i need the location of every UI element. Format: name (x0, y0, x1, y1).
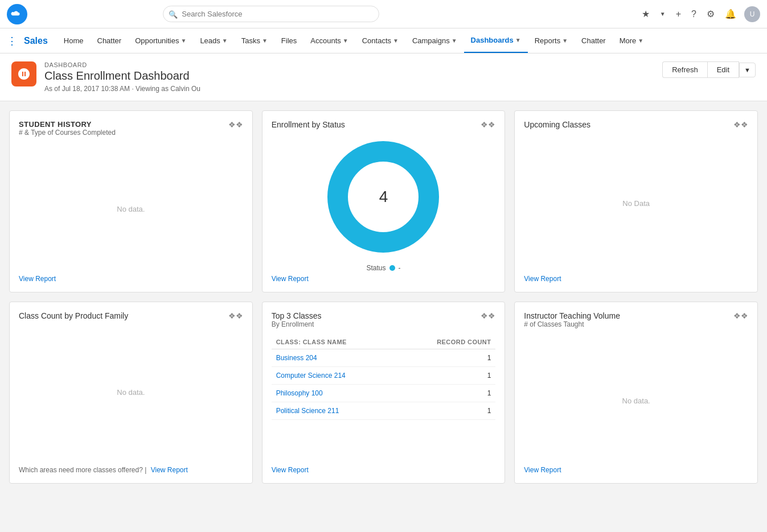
enrollment-status-view-report[interactable]: View Report (272, 275, 496, 283)
enrollment-status-body: 4 Status - (272, 131, 496, 275)
table-row: Computer Science 2141 (272, 367, 496, 385)
nav-items: Home Chatter Opportunities▼ Leads▼ Tasks… (57, 28, 650, 53)
app-name[interactable]: Sales (24, 36, 48, 46)
class-name-cell[interactable]: Political Science 211 (272, 402, 397, 420)
edit-button[interactable]: Edit (707, 61, 739, 78)
donut-chart: 4 (326, 140, 440, 254)
avatar[interactable]: U (744, 6, 760, 22)
class-name-cell[interactable]: Computer Science 214 (272, 367, 397, 385)
nav-opportunities[interactable]: Opportunities▼ (128, 28, 193, 53)
grid-icon[interactable]: ⋮ (7, 35, 17, 47)
search-input[interactable] (163, 6, 379, 22)
chevron-down-icon: ▼ (222, 38, 228, 44)
nav-leads[interactable]: Leads▼ (193, 28, 234, 53)
top3-subtitle: By Enrollment (272, 320, 322, 328)
card-header: Top 3 Classes By Enrollment ❖❖ (272, 311, 496, 333)
instructor-volume-subtitle: # of Classes Taught (524, 320, 620, 328)
class-count-title: Class Count by Product Family (19, 311, 128, 320)
chevron-down-icon: ▼ (638, 38, 643, 44)
instructor-volume-view-report[interactable]: View Report (524, 466, 748, 474)
upcoming-classes-title: Upcoming Classes (524, 120, 590, 129)
bell-icon[interactable]: 🔔 (723, 6, 739, 22)
student-history-body: No data. (19, 143, 243, 275)
nav-dashboards[interactable]: Dashboards▼ (464, 28, 528, 53)
class-count-card: Class Count by Product Family ❖❖ No data… (9, 302, 253, 484)
nav-chatter-2[interactable]: Chatter (575, 28, 613, 53)
no-data-label: No data. (622, 397, 650, 405)
donut-container: 4 Status - (272, 134, 496, 272)
card-header: STUDENT HISTORY # & Type of Courses Comp… (19, 120, 243, 141)
top-actions: ★ ▼ + ? ⚙ 🔔 U (639, 6, 760, 22)
no-data-label: No data. (117, 205, 145, 213)
chevron-down-icon: ▼ (515, 37, 521, 43)
nav-more[interactable]: More▼ (613, 28, 651, 53)
nav-tasks[interactable]: Tasks▼ (235, 28, 274, 53)
student-history-view-report[interactable]: View Report (19, 275, 243, 283)
upcoming-classes-view-report[interactable]: View Report (524, 275, 748, 283)
top-bar: 🔍 ★ ▼ + ? ⚙ 🔔 U (0, 0, 767, 28)
favorites-icon[interactable]: ★ (639, 6, 652, 22)
footer-text: Which areas need more classes offered? (19, 466, 143, 474)
table-row: Business 2041 (272, 349, 496, 367)
favorites-dropdown-icon[interactable]: ▼ (658, 9, 668, 19)
top3-view-report[interactable]: View Report (272, 466, 496, 474)
student-history-card: STUDENT HISTORY # & Type of Courses Comp… (9, 110, 253, 292)
nav-home[interactable]: Home (57, 28, 91, 53)
enrollment-status-card: Enrollment by Status ❖❖ 4 Status - V (262, 110, 506, 292)
class-count-view-report[interactable]: View Report (151, 466, 188, 474)
nav-chatter-1[interactable]: Chatter (91, 28, 129, 53)
chevron-down-icon: ▼ (393, 38, 399, 44)
enrollment-status-title: Enrollment by Status (272, 120, 345, 129)
col-class-header: CLASS: CLASS NAME (272, 335, 397, 349)
card-header: Upcoming Classes ❖❖ (524, 120, 748, 129)
nav-contacts[interactable]: Contacts▼ (355, 28, 405, 53)
class-name-cell[interactable]: Business 204 (272, 349, 397, 367)
dashboard-header-right: Refresh Edit ▼ (662, 61, 756, 78)
table-row: Philosophy 1001 (272, 385, 496, 402)
expand-icon[interactable]: ❖❖ (481, 311, 495, 320)
salesforce-logo[interactable] (7, 4, 27, 24)
record-count-cell: 1 (396, 349, 495, 367)
table-row: Political Science 2111 (272, 402, 496, 420)
record-count-cell: 1 (396, 367, 495, 385)
nav-bar: ⋮ Sales Home Chatter Opportunities▼ Lead… (0, 28, 767, 53)
expand-icon[interactable]: ❖❖ (733, 311, 748, 320)
add-icon[interactable]: + (674, 7, 683, 22)
help-icon[interactable]: ? (689, 7, 699, 22)
record-count-cell: 1 (396, 385, 495, 402)
instructor-volume-title: Instructor Teaching Volume (524, 311, 620, 320)
search-bar: 🔍 (163, 6, 379, 22)
upcoming-classes-body: No Data (524, 131, 748, 275)
expand-icon[interactable]: ❖❖ (481, 120, 495, 129)
no-data-label: No data. (117, 388, 145, 397)
nav-reports[interactable]: Reports▼ (528, 28, 575, 53)
student-history-subtitle: # & Type of Courses Completed (19, 129, 116, 137)
settings-icon[interactable]: ⚙ (704, 6, 717, 22)
dashboard-header: DASHBOARD Class Enrollment Dashboard As … (0, 53, 767, 101)
nav-files[interactable]: Files (274, 28, 303, 53)
nav-accounts[interactable]: Accounts▼ (303, 28, 355, 53)
instructor-volume-card: Instructor Teaching Volume # of Classes … (514, 302, 758, 484)
class-count-body: No data. (19, 323, 243, 461)
student-history-title: STUDENT HISTORY (19, 120, 116, 129)
search-icon: 🔍 (169, 10, 178, 18)
expand-icon[interactable]: ❖❖ (733, 120, 748, 129)
card-header: Class Count by Product Family ❖❖ (19, 311, 243, 320)
nav-campaigns[interactable]: Campaigns▼ (405, 28, 464, 53)
refresh-button[interactable]: Refresh (662, 61, 707, 78)
legend-dot (389, 265, 395, 271)
col-count-header: RECORD COUNT (396, 335, 495, 349)
dashboard-subtitle: As of Jul 18, 2017 10:38 AM · Viewing as… (44, 85, 200, 93)
expand-icon[interactable]: ❖❖ (228, 311, 243, 320)
donut-legend: Status - (366, 264, 400, 272)
chevron-down-icon: ▼ (343, 38, 348, 44)
top3-body: CLASS: CLASS NAME RECORD COUNT Business … (272, 335, 496, 466)
instructor-volume-body: No data. (524, 335, 748, 466)
expand-icon[interactable]: ❖❖ (228, 120, 243, 129)
class-name-cell[interactable]: Philosophy 100 (272, 385, 397, 402)
top3-table: CLASS: CLASS NAME RECORD COUNT Business … (272, 335, 496, 420)
card-header: Enrollment by Status ❖❖ (272, 120, 496, 129)
chevron-down-icon: ▼ (181, 38, 186, 44)
dropdown-button[interactable]: ▼ (739, 63, 756, 77)
legend-item: - (399, 264, 401, 272)
